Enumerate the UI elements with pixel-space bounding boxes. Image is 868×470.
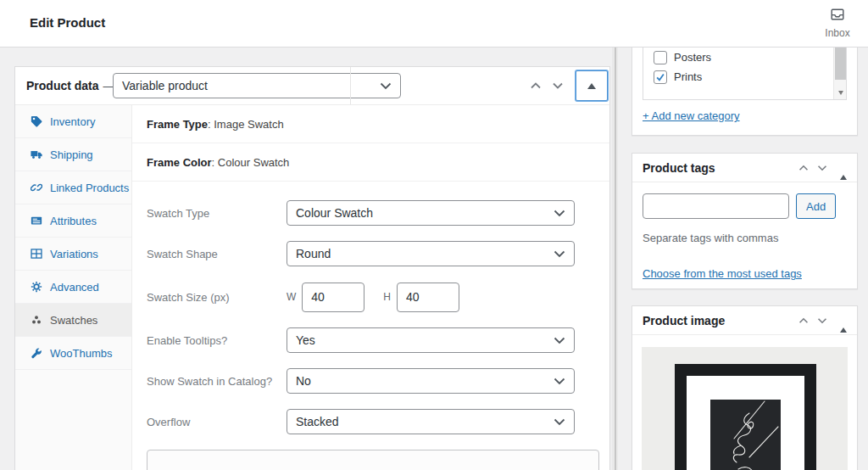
enable-tooltips-label: Enable Tooltips? <box>147 334 287 347</box>
swatch-shape-value: Round <box>296 247 331 260</box>
dots-cluster-icon <box>31 314 42 326</box>
category-list: Posters Prints <box>643 48 847 100</box>
sidebar: Posters Prints + Add new category Produc… <box>632 48 858 470</box>
triangle-down-icon <box>838 91 843 95</box>
checkbox-checked[interactable] <box>654 70 667 84</box>
tab-label: WooThumbs <box>50 347 112 360</box>
chevron-down-icon <box>554 374 565 388</box>
tab-label: Inventory <box>50 115 95 128</box>
overflow-label: Overflow <box>147 416 287 428</box>
picture-frame <box>675 364 816 470</box>
add-tag-button[interactable]: Add <box>796 193 836 219</box>
panel-controls <box>794 159 847 177</box>
show-swatch-catalog-select[interactable]: No <box>287 368 575 394</box>
overflow-select[interactable]: Stacked <box>287 409 575 434</box>
overflow-row: Overflow Stacked <box>147 409 609 434</box>
product-tags-body: Add Separate tags with commas Choose fro… <box>632 182 857 281</box>
tab-linked-products[interactable]: Linked Products <box>15 171 131 204</box>
chevron-down-icon <box>554 206 565 220</box>
width-letter: W <box>287 291 296 303</box>
swatch-type-value: Colour Swatch <box>296 206 373 220</box>
link-icon <box>31 182 42 193</box>
swatch-type-select[interactable]: Colour Swatch <box>287 200 575 226</box>
enable-tooltips-row: Enable Tooltips? Yes <box>147 327 609 353</box>
category-scrollbar[interactable] <box>833 48 846 99</box>
tag-hint: Separate tags with commas <box>643 232 847 244</box>
enable-tooltips-value: Yes <box>296 333 315 347</box>
product-tags-panel: Product tags Add Separate tags with comm… <box>632 153 858 289</box>
swatch-width-input[interactable] <box>302 283 364 312</box>
product-image-title: Product image <box>643 314 725 327</box>
attribute-summary-row: Frame Color: Colour Swatch <box>132 143 609 182</box>
panel-controls <box>794 311 847 330</box>
swatch-shape-select[interactable]: Round <box>287 241 575 266</box>
product-data-tabs: Inventory Shipping Linked Products Attri… <box>15 105 132 470</box>
tab-shipping[interactable]: Shipping <box>15 138 131 171</box>
tab-woothumbs[interactable]: WooThumbs <box>15 337 131 370</box>
swatches-tab-content: Frame Type: Image Swatch Frame Color: Co… <box>132 105 609 470</box>
checkbox-unchecked[interactable] <box>654 51 667 64</box>
line-art-print <box>710 400 781 470</box>
tab-variations[interactable]: Variations <box>15 238 131 271</box>
swatch-type-row: Swatch Type Colour Swatch <box>147 200 609 226</box>
attribute-separator: : <box>212 156 218 169</box>
product-data-header-controls <box>525 67 608 104</box>
inbox-button[interactable]: Inbox <box>821 7 854 39</box>
product-image-header: Product image <box>632 306 857 335</box>
page-title: Edit Product <box>30 15 105 30</box>
chevron-down-icon <box>554 247 565 260</box>
tab-label: Linked Products <box>50 182 129 194</box>
height-letter: H <box>383 291 391 303</box>
inbox-tray-icon <box>830 10 845 25</box>
product-image-body <box>632 335 857 470</box>
category-item-prints[interactable]: Prints <box>643 67 846 87</box>
scrollbar-down-button[interactable] <box>834 86 847 99</box>
tab-label: Swatches <box>50 314 97 327</box>
product-image-panel: Product image <box>632 305 858 470</box>
swatch-height-input[interactable] <box>397 283 459 312</box>
product-data-panel: Product data — Variable product Inventor… <box>14 66 610 470</box>
collapse-triangle-icon <box>840 313 847 333</box>
tag-input[interactable] <box>643 193 789 219</box>
product-type-value: Variable product <box>122 79 208 92</box>
swatch-size-label: Swatch Size (px) <box>147 291 287 304</box>
overflow-value: Stacked <box>296 415 339 428</box>
move-down-button[interactable] <box>547 75 569 97</box>
move-up-button[interactable] <box>794 311 813 330</box>
chevron-down-icon <box>554 415 565 428</box>
move-down-button[interactable] <box>813 159 832 177</box>
product-type-select[interactable]: Variable product <box>113 73 401 98</box>
scrollbar-thumb[interactable] <box>835 48 846 80</box>
collapse-panel-button[interactable] <box>840 160 847 176</box>
category-label: Posters <box>674 51 711 64</box>
tab-label: Variations <box>50 248 98 260</box>
column-divider <box>612 48 618 470</box>
tab-attributes[interactable]: Attributes <box>15 204 131 238</box>
show-swatch-catalog-value: No <box>296 374 311 388</box>
move-up-button[interactable] <box>794 159 813 177</box>
swatch-size-inputs: W H <box>287 283 459 312</box>
product-image-thumbnail[interactable] <box>642 347 848 470</box>
attribute-value: Image Swatch <box>214 118 283 131</box>
attribute-name: Frame Type <box>147 118 208 131</box>
category-item-posters[interactable]: Posters <box>643 48 846 67</box>
tab-advanced[interactable]: Advanced <box>15 271 131 304</box>
product-data-header: Product data — Variable product <box>15 67 609 105</box>
enable-tooltips-select[interactable]: Yes <box>287 327 575 353</box>
product-data-body: Inventory Shipping Linked Products Attri… <box>15 105 609 470</box>
gear-icon <box>31 281 42 293</box>
swatch-shape-label: Swatch Shape <box>147 248 287 260</box>
add-new-category-link[interactable]: + Add new category <box>643 109 740 122</box>
collapse-panel-button[interactable] <box>840 313 847 328</box>
most-used-tags-link[interactable]: Choose from the most used tags <box>643 267 802 280</box>
tab-swatches[interactable]: Swatches <box>15 304 131 337</box>
move-up-button[interactable] <box>525 75 547 97</box>
attribute-name: Frame Color <box>147 156 212 169</box>
show-swatch-catalog-label: Show Swatch in Catalog? <box>147 375 287 388</box>
tab-inventory[interactable]: Inventory <box>15 105 131 138</box>
attribute-summary-row: Frame Type: Image Swatch <box>132 105 609 143</box>
admin-page-body: Product data — Variable product Inventor… <box>0 48 868 470</box>
top-bar: Edit Product Inbox <box>0 0 868 48</box>
move-down-button[interactable] <box>813 311 832 330</box>
collapse-panel-button[interactable] <box>576 70 608 101</box>
